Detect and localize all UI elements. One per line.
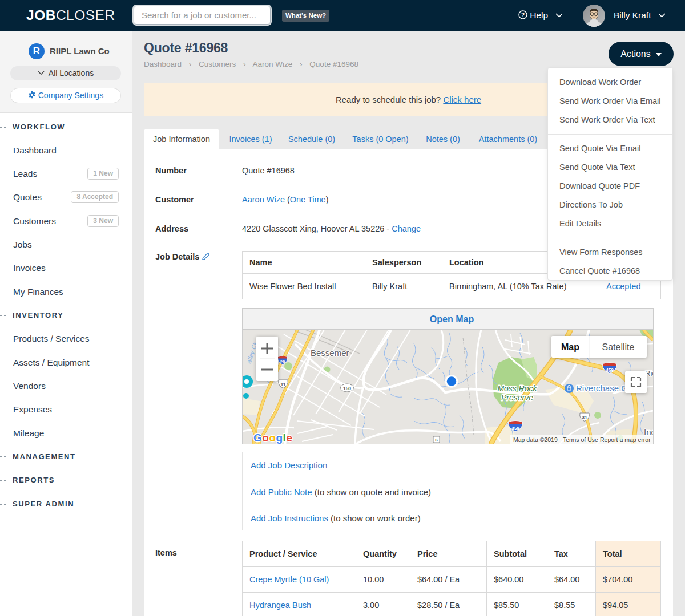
svg-text:6: 6 <box>435 437 438 443</box>
svg-text:Google: Google <box>253 432 292 444</box>
svg-text:Preserve: Preserve <box>501 393 533 402</box>
svg-text:Moss Rock: Moss Rock <box>497 384 537 393</box>
svg-text:Map: Map <box>561 342 579 352</box>
svg-text:459: 459 <box>606 367 614 373</box>
svg-text:Bessemer: Bessemer <box>311 348 349 358</box>
svg-text:Map data ©2019: Map data ©2019 <box>513 436 558 443</box>
svg-text:31: 31 <box>582 415 587 420</box>
svg-text:150: 150 <box>343 386 351 391</box>
svg-text:Terms of Use: Terms of Use <box>563 436 598 443</box>
svg-text:?: ? <box>521 12 525 18</box>
svg-text:459: 459 <box>511 425 519 431</box>
svg-text:Report a map error: Report a map error <box>600 436 651 443</box>
svg-text:20: 20 <box>280 359 285 364</box>
svg-text:Satellite: Satellite <box>602 342 635 352</box>
svg-text:11: 11 <box>281 382 286 387</box>
